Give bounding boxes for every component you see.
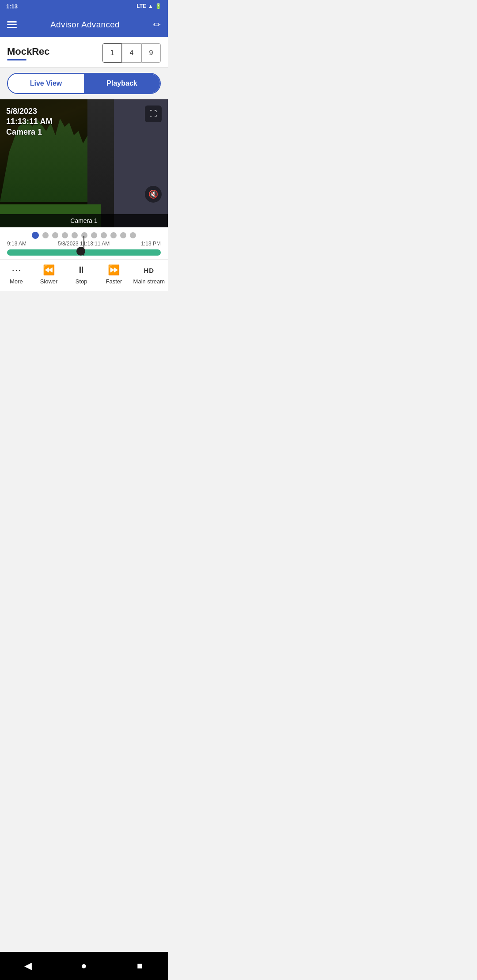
slower-label: Slower — [40, 278, 58, 285]
menu-button[interactable] — [7, 21, 17, 28]
camera-tab-1[interactable]: 1 — [102, 43, 122, 63]
more-icon: ⋯ — [11, 264, 21, 276]
more-button[interactable]: ⋯ More — [3, 264, 30, 285]
status-indicators: LTE ▲ 🔋 — [136, 3, 162, 9]
main-stream-button[interactable]: HD Main stream — [133, 264, 165, 285]
device-name: MockRec — [7, 46, 50, 60]
camera-overlay: 5/8/2023 11:13:11 AM Camera 1 — [6, 106, 52, 137]
camera-name-overlay: Camera 1 — [6, 127, 52, 137]
timeline-dot-7[interactable] — [101, 232, 107, 238]
edit-button[interactable]: ✏ — [153, 19, 161, 30]
timeline-dot-9[interactable] — [120, 232, 126, 238]
mute-icon: 🔇 — [148, 189, 158, 199]
status-bar: 1:13 LTE ▲ 🔋 — [0, 0, 168, 12]
timeline-dot-2[interactable] — [52, 232, 58, 238]
stop-button[interactable]: ⏸ Stop — [68, 264, 95, 285]
timeline-dot-10[interactable] — [130, 232, 136, 238]
hd-icon: HD — [144, 264, 155, 276]
timeline-start-time: 9:13 AM — [7, 241, 26, 247]
camera-date: 5/8/2023 — [6, 106, 52, 117]
timeline-dot-0[interactable] — [32, 232, 39, 239]
timeline-dot-6[interactable] — [91, 232, 97, 238]
camera-tab-4[interactable]: 4 — [122, 43, 141, 63]
faster-button[interactable]: ⏩ Faster — [101, 264, 127, 285]
timeline-dot-3[interactable] — [62, 232, 68, 238]
fullscreen-icon: ⛶ — [149, 109, 157, 119]
camera-tab-9[interactable]: 9 — [141, 43, 161, 63]
timeline-dot-1[interactable] — [42, 232, 49, 238]
camera-timestamp: 11:13:11 AM — [6, 117, 52, 127]
faster-icon: ⏩ — [108, 264, 120, 276]
slower-icon: ⏪ — [43, 264, 55, 276]
faster-label: Faster — [106, 278, 122, 285]
control-bar: ⋯ More ⏪ Slower ⏸ Stop ⏩ Faster HD Main … — [0, 259, 168, 291]
stop-icon: ⏸ — [76, 264, 86, 276]
view-toggle: Live View Playback — [7, 73, 161, 94]
timeline-end-time: 1:13 PM — [141, 241, 161, 247]
status-time: 1:13 — [6, 3, 18, 10]
stop-label: Stop — [76, 278, 87, 285]
progress-thumb[interactable] — [76, 247, 85, 256]
device-header: MockRec 1 4 9 — [0, 37, 168, 68]
mute-button[interactable]: 🔇 — [145, 186, 162, 203]
progress-bar[interactable] — [7, 249, 161, 256]
fullscreen-button[interactable]: ⛶ — [145, 106, 162, 122]
camera-feed: 5/8/2023 11:13:11 AM Camera 1 ⛶ 🔇 Camera… — [0, 99, 168, 227]
app-title: Advisor Advanced — [50, 20, 120, 30]
slower-button[interactable]: ⏪ Slower — [36, 264, 62, 285]
top-bar: Advisor Advanced ✏ — [0, 12, 168, 37]
spacer — [0, 291, 168, 317]
progress-container — [0, 249, 168, 259]
playback-button[interactable]: Playback — [84, 74, 160, 93]
live-view-button[interactable]: Live View — [8, 74, 84, 93]
camera-label-bar: Camera 1 — [0, 214, 168, 227]
timeline-dot-4[interactable] — [72, 232, 78, 238]
timeline-dot-8[interactable] — [110, 232, 117, 238]
more-label: More — [10, 278, 23, 285]
main-stream-label: Main stream — [133, 278, 165, 285]
camera-tab-group: 1 4 9 — [102, 43, 161, 63]
